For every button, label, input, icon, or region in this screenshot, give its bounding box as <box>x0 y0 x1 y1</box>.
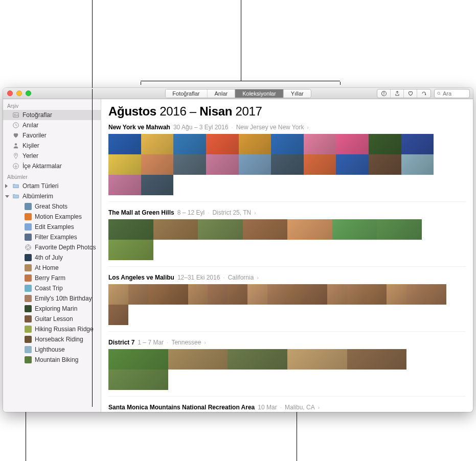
photo-thumbnail[interactable] <box>108 284 128 305</box>
tab-yıllar[interactable]: Yıllar <box>284 89 311 98</box>
photo-thumbnail[interactable] <box>168 284 188 305</box>
photo-thumbnail[interactable] <box>208 284 228 305</box>
photo-thumbnail[interactable] <box>287 284 307 305</box>
sidebar[interactable]: ArşivFotoğraflarAnılarFavorilerKişilerYe… <box>3 99 101 412</box>
photo-thumbnail[interactable] <box>173 154 206 175</box>
sidebar-album-filter-examples[interactable]: Filter Examples <box>3 232 101 242</box>
photo-thumbnail[interactable] <box>228 284 247 305</box>
photo-thumbnail[interactable] <box>369 154 401 175</box>
photo-thumbnail[interactable] <box>271 154 304 175</box>
photo-thumbnail[interactable] <box>287 349 347 370</box>
collection-header[interactable]: The Mall at Green Hills8 – 12 Eyl·Distri… <box>108 209 466 216</box>
disclosure-triangle[interactable] <box>5 195 9 198</box>
photo-thumbnail[interactable] <box>188 284 208 305</box>
search-input[interactable] <box>443 90 467 97</box>
photo-thumbnail[interactable] <box>304 154 336 175</box>
sidebar-album-4th-of-july[interactable]: 4th of July <box>3 252 101 263</box>
photo-thumbnail[interactable] <box>198 219 243 240</box>
photo-thumbnail[interactable] <box>153 219 198 240</box>
sidebar-album-hiking-russian-ridge[interactable]: Hiking Russian Ridge <box>3 324 101 334</box>
sidebar-item-kişiler[interactable]: Kişiler <box>3 141 101 151</box>
tab-koleksiyonlar[interactable]: Koleksiyonlar <box>235 89 283 98</box>
photo-thumbnail[interactable] <box>377 219 422 240</box>
photo-thumbnail[interactable] <box>406 284 426 305</box>
sidebar-album-mountain-biking[interactable]: Mountain Biking <box>3 355 101 365</box>
photo-thumbnail[interactable] <box>327 284 347 305</box>
photo-thumbnail[interactable] <box>108 370 168 390</box>
sidebar-album-guitar-lesson[interactable]: Guitar Lesson <box>3 314 101 324</box>
close-button[interactable] <box>7 90 13 96</box>
sidebar-album-lighthouse[interactable]: Lighthouse <box>3 344 101 355</box>
sidebar-item-anılar[interactable]: Anılar <box>3 120 101 130</box>
photo-thumbnail[interactable] <box>243 219 288 240</box>
collection-header[interactable]: Santa Monica Mountains National Recreati… <box>108 404 466 411</box>
main-content[interactable]: Ağustos 2016 – Nisan 2017New York ve Mah… <box>101 99 473 412</box>
photo-thumbnail[interactable] <box>206 134 239 154</box>
photo-thumbnail[interactable] <box>108 219 153 240</box>
collection-header[interactable]: District 71 – 7 Mar·Tennessee› <box>108 339 466 346</box>
photo-thumbnail[interactable] <box>336 154 369 175</box>
photo-thumbnail[interactable] <box>247 284 267 305</box>
sidebar-item-albümlerim[interactable]: Albümlerim <box>3 191 101 201</box>
tab-anlar[interactable]: Anlar <box>208 89 236 98</box>
photo-thumbnail[interactable] <box>108 349 168 370</box>
favorite-button[interactable] <box>404 89 417 98</box>
photo-thumbnail[interactable] <box>387 284 406 305</box>
photo-thumbnail[interactable] <box>401 154 434 175</box>
photo-thumbnail[interactable] <box>128 284 148 305</box>
photo-thumbnail[interactable] <box>108 175 141 195</box>
photo-thumbnail[interactable] <box>108 154 141 175</box>
minimize-button[interactable] <box>16 90 22 96</box>
sidebar-album-horseback-riding[interactable]: Horseback Riding <box>3 334 101 344</box>
photo-thumbnail[interactable] <box>426 284 446 305</box>
photo-thumbnail[interactable] <box>304 134 336 154</box>
photo-thumbnail[interactable] <box>287 219 332 240</box>
sidebar-album-edit-examples[interactable]: Edit Examples <box>3 222 101 232</box>
sidebar-album-favorite-depth-photos[interactable]: Favorite Depth Photos <box>3 242 101 252</box>
photo-thumbnail[interactable] <box>141 154 174 175</box>
photo-thumbnail[interactable] <box>108 134 141 154</box>
photo-thumbnail[interactable] <box>108 305 128 325</box>
sidebar-item-i̇çe-aktarmalar[interactable]: İçe Aktarmalar <box>3 161 101 171</box>
photo-thumbnail[interactable] <box>141 175 174 195</box>
photo-thumbnail[interactable] <box>271 134 304 154</box>
search-field[interactable] <box>434 89 470 98</box>
sidebar-item-fotoğraflar[interactable]: Fotoğraflar <box>3 110 101 120</box>
photo-thumbnail[interactable] <box>206 154 239 175</box>
photo-thumbnail[interactable] <box>369 134 401 154</box>
disclosure-triangle[interactable] <box>5 184 8 188</box>
collection-header[interactable]: Los Angeles ve Malibu12–31 Eki 2016·Cali… <box>108 274 466 281</box>
sidebar-album-emily-s-10th-birthday[interactable]: Emily's 10th Birthday <box>3 293 101 304</box>
photo-thumbnail[interactable] <box>168 349 228 370</box>
share-button[interactable] <box>391 89 404 98</box>
photo-thumbnail[interactable] <box>173 134 206 154</box>
photo-thumbnail[interactable] <box>108 240 153 260</box>
photo-thumbnail[interactable] <box>347 284 367 305</box>
photo-thumbnail[interactable] <box>332 219 377 240</box>
collection-header[interactable]: New York ve Mahwah30 Ağu – 3 Eyl 2016·Ne… <box>108 124 466 131</box>
photo-thumbnail[interactable] <box>347 349 407 370</box>
info-button[interactable] <box>377 89 391 98</box>
sidebar-album-exploring-marin[interactable]: Exploring Marin <box>3 304 101 314</box>
sidebar-item-favoriler[interactable]: Favoriler <box>3 130 101 141</box>
photo-thumbnail[interactable] <box>239 154 271 175</box>
sidebar-album-motion-examples[interactable]: Motion Examples <box>3 212 101 222</box>
photo-thumbnail[interactable] <box>228 349 287 370</box>
photo-thumbnail[interactable] <box>401 134 434 154</box>
zoom-button[interactable] <box>26 90 31 96</box>
photo-thumbnail[interactable] <box>148 284 168 305</box>
photo-thumbnail[interactable] <box>307 284 327 305</box>
sidebar-album-great-shots[interactable]: Great Shots <box>3 201 101 212</box>
sidebar-item-yerler[interactable]: Yerler <box>3 151 101 161</box>
sidebar-album-berry-farm[interactable]: Berry Farm <box>3 273 101 283</box>
tab-fotoğraflar[interactable]: Fotoğraflar <box>165 89 207 98</box>
rotate-button[interactable] <box>417 89 430 98</box>
photo-thumbnail[interactable] <box>141 134 174 154</box>
sidebar-item-ortam-türleri[interactable]: Ortam Türleri <box>3 181 101 191</box>
sidebar-album-coast-trip[interactable]: Coast Trip <box>3 283 101 293</box>
photo-thumbnail[interactable] <box>336 134 369 154</box>
photo-thumbnail[interactable] <box>267 284 287 305</box>
sidebar-album-at-home[interactable]: At Home <box>3 263 101 273</box>
photo-thumbnail[interactable] <box>367 284 387 305</box>
photo-thumbnail[interactable] <box>239 134 271 154</box>
